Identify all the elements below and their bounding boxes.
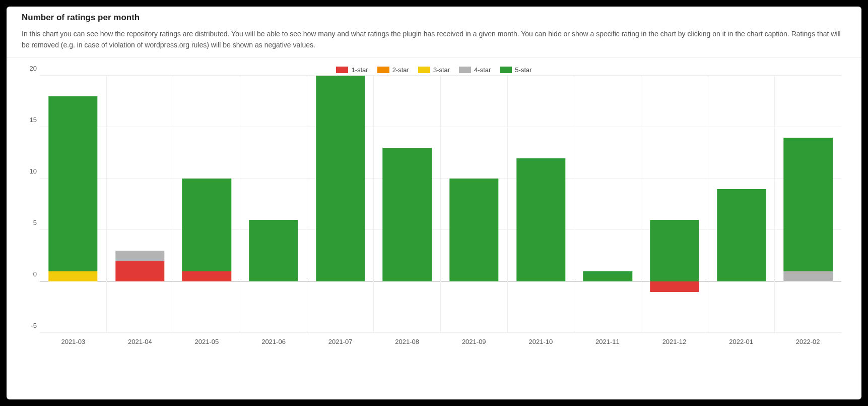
bar-slot bbox=[374, 76, 441, 333]
legend-label-5-star: 5-star bbox=[515, 66, 531, 74]
bar-segment-5-star[interactable] bbox=[48, 96, 97, 271]
y-tick-label: 0 bbox=[33, 270, 37, 278]
chart-container: 1-star2-star3-star4-star5-star -50510152… bbox=[7, 58, 861, 399]
bar-segment-1-star[interactable] bbox=[650, 281, 699, 292]
bar-stack[interactable] bbox=[516, 76, 565, 333]
bar-segment-5-star[interactable] bbox=[249, 220, 298, 281]
legend-label-2-star: 2-star bbox=[392, 66, 409, 74]
chart-plot-area: -505101520 bbox=[40, 76, 841, 333]
bar-stack[interactable] bbox=[650, 76, 699, 333]
bar-slot bbox=[240, 76, 307, 333]
bar-stack[interactable] bbox=[316, 76, 365, 333]
legend-swatch-4-star bbox=[459, 67, 471, 73]
y-axis: -505101520 bbox=[22, 76, 40, 333]
bar-segment-1-star[interactable] bbox=[115, 261, 164, 282]
legend-item-5-star[interactable]: 5-star bbox=[500, 66, 531, 74]
x-axis: 2021-032021-042021-052021-062021-072021-… bbox=[40, 333, 841, 345]
bar-segment-5-star[interactable] bbox=[583, 271, 632, 281]
legend-label-4-star: 4-star bbox=[474, 66, 491, 74]
chart-bars bbox=[40, 76, 841, 333]
bar-stack[interactable] bbox=[717, 76, 766, 333]
legend-item-1-star[interactable]: 1-star bbox=[336, 66, 368, 74]
legend-item-2-star[interactable]: 2-star bbox=[377, 66, 409, 74]
bar-slot bbox=[173, 76, 240, 333]
bar-slot bbox=[40, 76, 107, 333]
bar-slot bbox=[574, 76, 641, 333]
x-tick-label: 2021-10 bbox=[507, 338, 574, 345]
bar-stack[interactable] bbox=[382, 76, 431, 333]
bar-segment-4-star[interactable] bbox=[784, 271, 833, 281]
bar-segment-5-star[interactable] bbox=[182, 179, 231, 271]
bar-stack[interactable] bbox=[449, 76, 498, 333]
legend-label-3-star: 3-star bbox=[433, 66, 450, 74]
x-tick-label: 2022-02 bbox=[774, 338, 841, 345]
bar-stack[interactable] bbox=[249, 76, 298, 333]
x-tick-label: 2021-08 bbox=[374, 338, 441, 345]
x-tick-label: 2021-11 bbox=[574, 338, 641, 345]
chart-legend: 1-star2-star3-star4-star5-star bbox=[22, 63, 846, 76]
bar-slot bbox=[708, 76, 775, 333]
bar-stack[interactable] bbox=[48, 76, 97, 333]
x-tick-label: 2021-05 bbox=[173, 338, 240, 345]
y-tick-label: 15 bbox=[30, 116, 37, 124]
y-tick-label: 10 bbox=[30, 167, 37, 175]
x-tick-label: 2021-12 bbox=[641, 338, 708, 345]
bar-segment-5-star[interactable] bbox=[784, 138, 833, 271]
bar-segment-5-star[interactable] bbox=[650, 220, 699, 281]
bar-slot bbox=[107, 76, 174, 333]
card-title: Number of ratings per month bbox=[22, 13, 846, 23]
y-tick-label: 5 bbox=[33, 219, 37, 226]
y-tick-label: 20 bbox=[30, 65, 37, 72]
legend-swatch-5-star bbox=[500, 67, 512, 73]
x-tick-label: 2021-07 bbox=[307, 338, 374, 345]
x-tick-label: 2021-04 bbox=[107, 338, 174, 345]
bar-segment-1-star[interactable] bbox=[182, 271, 231, 281]
chart-card: Number of ratings per month In this char… bbox=[7, 7, 861, 399]
bar-segment-5-star[interactable] bbox=[717, 189, 766, 282]
legend-item-3-star[interactable]: 3-star bbox=[418, 66, 450, 74]
legend-label-1-star: 1-star bbox=[351, 66, 368, 74]
y-tick-label: -5 bbox=[31, 322, 37, 329]
legend-swatch-3-star bbox=[418, 67, 430, 73]
bar-slot bbox=[641, 76, 708, 333]
bar-stack[interactable] bbox=[115, 76, 164, 333]
bar-slot bbox=[441, 76, 508, 333]
bar-slot bbox=[307, 76, 374, 333]
x-tick-label: 2021-09 bbox=[440, 338, 507, 345]
app-frame: Number of ratings per month In this char… bbox=[0, 0, 868, 406]
x-tick-label: 2021-03 bbox=[40, 338, 107, 345]
x-tick-label: 2021-06 bbox=[240, 338, 307, 345]
bar-stack[interactable] bbox=[583, 76, 632, 333]
legend-item-4-star[interactable]: 4-star bbox=[459, 66, 491, 74]
bar-segment-5-star[interactable] bbox=[516, 158, 565, 282]
bar-segment-4-star[interactable] bbox=[115, 251, 164, 261]
card-header: Number of ratings per month In this char… bbox=[7, 7, 861, 58]
bar-stack[interactable] bbox=[784, 76, 833, 333]
bar-segment-5-star[interactable] bbox=[316, 76, 365, 281]
bar-slot bbox=[775, 76, 841, 333]
bar-segment-5-star[interactable] bbox=[449, 179, 498, 281]
bar-segment-3-star[interactable] bbox=[48, 271, 97, 281]
bar-segment-5-star[interactable] bbox=[382, 148, 431, 281]
legend-swatch-1-star bbox=[336, 67, 348, 73]
x-tick-label: 2022-01 bbox=[708, 338, 775, 345]
bar-slot bbox=[508, 76, 575, 333]
bar-stack[interactable] bbox=[182, 76, 231, 333]
card-description: In this chart you can see how the reposi… bbox=[22, 29, 846, 50]
legend-swatch-2-star bbox=[377, 67, 389, 73]
